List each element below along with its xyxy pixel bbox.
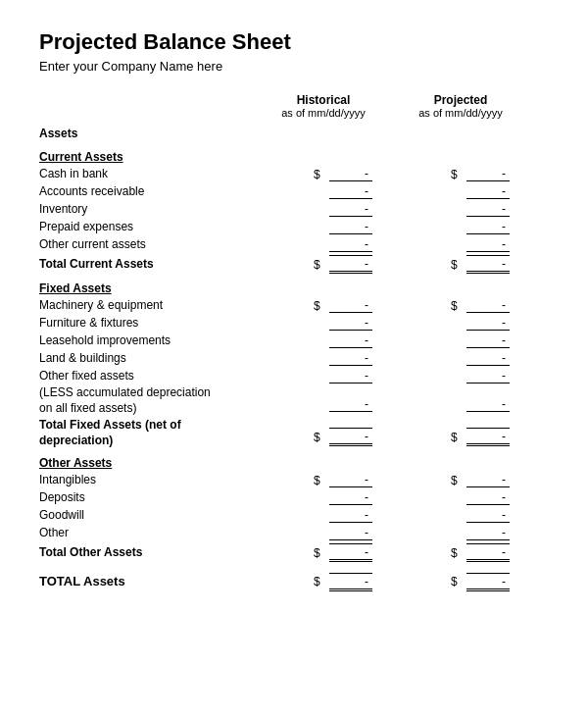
table-row: Goodwill - -: [39, 507, 549, 524]
assets-section-label: Assets: [39, 127, 549, 140]
table-row: Furniture & fixtures - -: [39, 315, 549, 332]
table-row: Deposits - -: [39, 489, 549, 506]
fixed-assets-header: Fixed Assets: [39, 281, 549, 295]
table-row: Cash in bank $ - $ -: [39, 166, 549, 182]
table-row: Other fixed assets - -: [39, 368, 549, 384]
table-row: Prepaid expenses - -: [39, 219, 549, 235]
total-fixed-assets-row: Total Fixed Assets (net ofdepreciation) …: [39, 418, 549, 448]
table-row: Intangibles $ - $ -: [39, 472, 549, 488]
page-title: Projected Balance Sheet: [39, 29, 549, 55]
column-headers: Historical as of mm/dd/yyyy Projected as…: [39, 93, 549, 123]
projected-header: Projected as of mm/dd/yyyy: [402, 93, 519, 119]
table-row: Land & buildings - -: [39, 350, 549, 367]
other-assets-header: Other Assets: [39, 456, 549, 470]
total-other-assets-row: Total Other Assets $ - $ -: [39, 543, 549, 562]
company-subtitle: Enter your Company Name here: [39, 59, 549, 74]
table-row: (LESS accumulated depreciationon all fix…: [39, 385, 549, 416]
table-row: Leasehold improvements - -: [39, 332, 549, 349]
current-assets-header: Current Assets: [39, 150, 549, 164]
table-row: Other current assets - -: [39, 236, 549, 253]
total-current-assets-row: Total Current Assets $ - $ -: [39, 255, 549, 274]
total-assets-row: TOTAL Assets $ - $ -: [39, 572, 549, 591]
table-row: Other - -: [39, 525, 549, 541]
historical-header: Historical as of mm/dd/yyyy: [265, 93, 382, 119]
table-row: Machinery & equipment $ - $ -: [39, 297, 549, 314]
table-row: Inventory - -: [39, 201, 549, 218]
table-row: Accounts receivable - -: [39, 183, 549, 200]
